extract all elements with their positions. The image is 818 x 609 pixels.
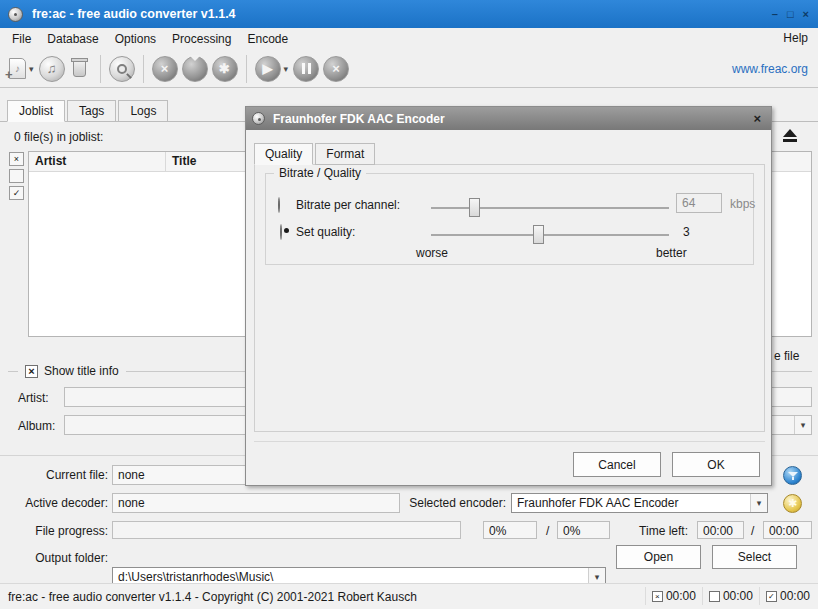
percent-slash: /: [546, 524, 549, 538]
show-title-info-checkbox[interactable]: × Show title info: [18, 364, 126, 378]
bitrate-radio[interactable]: [278, 197, 280, 213]
toolbar: ♪+ ▾ ♫ × ✱ ▶ ▾ × www.freac.org: [0, 50, 818, 88]
selected-encoder-value: Fraunhofer FDK AAC Encoder: [517, 496, 678, 510]
signal-processing-icon[interactable]: [182, 56, 208, 82]
app-window: fre:ac - free audio converter v1.1.4 – □…: [0, 0, 818, 609]
checkbox-checked-icon[interactable]: ×: [25, 365, 38, 378]
output-folder-value: d:\Users\tristanrhodes\Music\: [118, 570, 273, 584]
eject-disc-icon[interactable]: [776, 127, 804, 144]
album-dropdown-icon[interactable]: ▾: [794, 416, 811, 434]
freac-website-link[interactable]: www.freac.org: [732, 62, 808, 76]
configure-encoder-icon[interactable]: ✱: [212, 56, 238, 82]
menu-bar: File Database Options Processing Encode: [0, 28, 818, 50]
time-left-label: Time left:: [618, 524, 688, 538]
menu-file[interactable]: File: [4, 29, 39, 49]
file-progress-bar: [112, 521, 461, 539]
status-time-selected: × 00:00: [645, 587, 702, 605]
active-decoder-label: Active decoder:: [8, 496, 108, 510]
close-button[interactable]: ×: [803, 8, 809, 20]
maximize-button[interactable]: □: [787, 8, 794, 20]
general-settings-icon[interactable]: ×: [152, 56, 178, 82]
cancel-button[interactable]: Cancel: [573, 452, 661, 477]
menu-database[interactable]: Database: [39, 29, 106, 49]
dialog-title: Fraunhofer FDK AAC Encoder: [273, 112, 445, 126]
file-progress-label: File progress:: [8, 524, 108, 538]
artist-label: Artist:: [18, 391, 49, 405]
processing-status-icon[interactable]: [783, 466, 802, 485]
cutoff-label-fragment: e file: [774, 349, 799, 363]
toggle-selection-button[interactable]: ✓: [9, 186, 24, 200]
quality-value: 3: [683, 225, 690, 239]
checked-box-icon: ×: [652, 591, 663, 602]
main-tabs: Joblist Tags Logs: [7, 100, 170, 122]
dialog-title-bar: Fraunhofer FDK AAC Encoder ×: [246, 107, 771, 130]
quality-slider-track[interactable]: [431, 234, 669, 236]
bitrate-label: Bitrate per channel:: [296, 198, 400, 212]
bitrate-unit-label: kbps: [730, 197, 755, 211]
start-encoding-icon[interactable]: ▶: [255, 56, 281, 82]
bitrate-slider-thumb[interactable]: [469, 198, 480, 217]
title-bar: fre:ac - free audio converter v1.1.4 – □…: [0, 0, 818, 28]
menu-options[interactable]: Options: [107, 29, 164, 49]
quality-slider-thumb[interactable]: [533, 225, 544, 244]
dialog-tabs: Quality Format: [254, 143, 377, 165]
select-none-button[interactable]: [9, 169, 24, 183]
file-percent-value: 0%: [483, 521, 537, 539]
cddb-query-icon[interactable]: [109, 56, 135, 82]
pause-encoding-icon[interactable]: [293, 56, 319, 82]
tab-logs[interactable]: Logs: [118, 100, 168, 122]
tab-tags[interactable]: Tags: [67, 100, 116, 122]
add-files-dropdown-icon[interactable]: ▾: [29, 64, 34, 74]
status-time-unselected: 00:00: [702, 587, 759, 605]
dialog-tab-quality[interactable]: Quality: [254, 143, 313, 165]
music-joblist-icon[interactable]: ♫: [39, 56, 65, 82]
select-all-button[interactable]: ×: [9, 152, 24, 166]
empty-box-icon: [709, 591, 720, 602]
start-encoding-dropdown-icon[interactable]: ▾: [284, 64, 289, 74]
better-label: better: [656, 246, 687, 260]
menu-processing[interactable]: Processing: [164, 29, 239, 49]
quality-label: Set quality:: [296, 225, 355, 239]
window-title: fre:ac - free audio converter v1.1.4: [32, 7, 236, 21]
current-file-label: Current file:: [8, 468, 108, 482]
status-text: fre:ac - free audio converter v1.1.4 - C…: [8, 590, 417, 604]
selected-encoder-label: Selected encoder:: [400, 496, 506, 510]
tick-box-icon: ✓: [766, 591, 777, 602]
ok-button[interactable]: OK: [672, 452, 760, 477]
album-label: Album:: [18, 419, 55, 433]
bitrate-slider-track[interactable]: [431, 207, 669, 209]
menu-encode[interactable]: Encode: [239, 29, 296, 49]
bitrate-value-field[interactable]: 64: [676, 193, 722, 213]
group-title: Bitrate / Quality: [274, 166, 366, 180]
menu-help[interactable]: Help: [783, 31, 808, 45]
select-button[interactable]: Select: [712, 545, 797, 569]
encoder-config-icon[interactable]: ✱: [783, 494, 802, 513]
time-left-total-value: 00:00: [763, 521, 812, 539]
clear-joblist-icon[interactable]: [73, 61, 86, 77]
selected-encoder-combo[interactable]: Fraunhofer FDK AAC Encoder ▾: [511, 493, 768, 513]
app-icon: [8, 7, 23, 22]
dialog-close-icon[interactable]: ×: [753, 111, 761, 126]
time-slash: /: [751, 524, 754, 538]
encoder-dropdown-icon[interactable]: ▾: [750, 494, 767, 512]
status-times: × 00:00 00:00 ✓ 00:00: [645, 584, 816, 608]
stop-encoding-icon[interactable]: ×: [323, 56, 349, 82]
tab-joblist[interactable]: Joblist: [7, 100, 65, 122]
dialog-app-icon: [252, 112, 265, 125]
show-title-info-label: Show title info: [44, 364, 119, 378]
output-folder-label: Output folder:: [8, 551, 108, 565]
dialog-tab-format[interactable]: Format: [315, 143, 375, 165]
joblist-count-label: 0 file(s) in joblist:: [14, 130, 103, 144]
total-percent-value: 0%: [557, 521, 610, 539]
column-artist[interactable]: Artist: [29, 152, 166, 171]
time-left-file-value: 00:00: [697, 521, 744, 539]
status-time-total: ✓ 00:00: [759, 587, 816, 605]
minimize-button[interactable]: –: [772, 8, 778, 20]
active-decoder-value: none: [112, 493, 400, 513]
worse-label: worse: [416, 246, 448, 260]
add-files-icon[interactable]: ♪+: [9, 58, 26, 79]
quality-radio[interactable]: [280, 224, 282, 240]
open-button[interactable]: Open: [616, 545, 701, 569]
encoder-config-dialog: Fraunhofer FDK AAC Encoder × Quality For…: [245, 106, 772, 486]
